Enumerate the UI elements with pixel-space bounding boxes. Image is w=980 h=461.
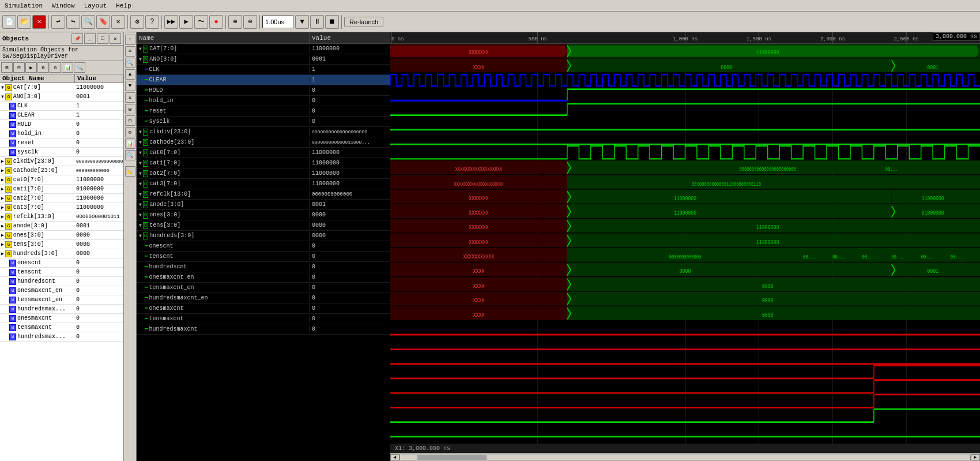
wave-row-tensmaxcntenw[interactable]: ━ tensmaxcnt_en 0 bbox=[137, 283, 390, 293]
wave-row-cat0[interactable]: ▼ B cat0[7:0] 11000000 bbox=[137, 148, 390, 158]
search-btn[interactable]: 🔍 bbox=[81, 15, 95, 29]
si-delete[interactable]: ✕ bbox=[125, 92, 135, 103]
obj-row-tensmaxcnt[interactable]: W tensmaxcnt 0 bbox=[0, 323, 123, 332]
obj-row-cathode[interactable]: ▶ G cathode[23:0] 000000000000 bbox=[0, 166, 123, 175]
wave-row-cat2[interactable]: ▼ B cat2[7:0] 11000000 bbox=[137, 168, 390, 179]
obj-row-ones[interactable]: ▶ G ones[3:0] 0000 bbox=[0, 231, 123, 240]
obj-btn6[interactable]: 📊 bbox=[62, 62, 73, 73]
wave-row-reset[interactable]: ━ reset 0 bbox=[137, 106, 390, 117]
scroll-right-btn[interactable]: ► bbox=[971, 454, 980, 461]
redo-btn[interactable]: ↪ bbox=[66, 15, 80, 29]
obj-row-clk[interactable]: W CLK 1 bbox=[0, 102, 123, 111]
wave-row-onesw[interactable]: ▼ B ones[3:0] 0000 bbox=[137, 210, 390, 220]
obj-row-onesmaxcnt[interactable]: W onesmaxcnt 0 bbox=[0, 314, 123, 323]
si-search[interactable]: 🔍 bbox=[125, 150, 135, 160]
sim-help-btn[interactable]: ? bbox=[145, 15, 159, 29]
expand-cat-wave[interactable]: ▼ bbox=[139, 46, 142, 51]
obj-row-onesmaxcnten[interactable]: W onesmaxcnt_en 0 bbox=[0, 286, 123, 295]
menu-help[interactable]: Help bbox=[111, 1, 135, 10]
obj-row-tens[interactable]: ▶ G tens[3:0] 0000 bbox=[0, 240, 123, 249]
wave-row-onesmaxcntw[interactable]: ━ onesmaxcnt 0 bbox=[137, 303, 390, 314]
wave-row-onesmaxcntenw[interactable]: ━ onesmaxcnt_en 0 bbox=[137, 272, 390, 283]
wave-row-cat3[interactable]: ▼ B cat3[7:0] 11000000 bbox=[137, 179, 390, 189]
undo-btn[interactable]: ↩ bbox=[51, 15, 65, 29]
relaunch-button[interactable]: Re-launch bbox=[344, 17, 383, 27]
obj-row-ano[interactable]: ▼ G ANO[3:0] 0001 bbox=[0, 92, 123, 102]
expand-refclk[interactable]: ▶ bbox=[1, 214, 4, 219]
expand-ones-wave[interactable]: ▼ bbox=[139, 212, 142, 218]
obj-row-hundredsmaxcnt[interactable]: W hundredsmax... 0 bbox=[0, 332, 123, 342]
expand-hundreds[interactable]: ▶ bbox=[1, 251, 4, 256]
wave-row-tenscntw[interactable]: ━ tenscnt 0 bbox=[137, 252, 390, 262]
expand-cat3[interactable]: ▶ bbox=[1, 205, 4, 210]
si-up[interactable]: ▲ bbox=[125, 69, 135, 80]
break-btn[interactable]: ● bbox=[209, 15, 223, 29]
obj-row-hundredsmax[interactable]: W hundredsmax... 0 bbox=[0, 305, 123, 314]
obj-row-cat2[interactable]: ▶ G cat2[7:0] 11000000 bbox=[0, 194, 123, 203]
menu-layout[interactable]: Layout bbox=[80, 1, 112, 10]
wave-row-ano[interactable]: ▼ B ANO[3:0] 0001 bbox=[137, 54, 390, 65]
si-settings[interactable]: ⚙ bbox=[125, 127, 135, 137]
obj-row-hold[interactable]: W HOLD 0 bbox=[0, 120, 123, 129]
wave-btn[interactable]: 〜 bbox=[194, 15, 208, 29]
wave-row-hundredsmaxcntenw[interactable]: ━ hundredsmaxcnt_en 0 bbox=[137, 293, 390, 303]
objects-min[interactable]: _ bbox=[84, 33, 96, 44]
pause-btn[interactable]: ⏸ bbox=[310, 15, 324, 29]
close-btn[interactable]: ✕ bbox=[32, 15, 46, 29]
si-down[interactable]: ▼ bbox=[125, 81, 135, 91]
obj-row-cat1[interactable]: ▶ G cat1[7:0] 01000000 bbox=[0, 185, 123, 194]
obj-row-anode[interactable]: ▶ G anode[3:0] 0001 bbox=[0, 222, 123, 231]
expand-cat1[interactable]: ▶ bbox=[1, 186, 4, 192]
expand-cat0[interactable]: ▶ bbox=[1, 177, 4, 182]
wave-row-cathode[interactable]: ▼ B cathode[23:0] 000000000000011000... bbox=[137, 137, 390, 148]
expand-hundreds-wave[interactable]: ▼ bbox=[139, 233, 142, 238]
expand-cat2-wave[interactable]: ▼ bbox=[139, 171, 142, 176]
wave-row-clkdiv[interactable]: ▼ B clkdiv[23:0] 00000000000000000000 bbox=[137, 127, 390, 137]
si-zoom-in[interactable]: 🔍 bbox=[125, 58, 135, 68]
obj-row-refclk[interactable]: ▶ G refclk[13:0] 00000000001011 bbox=[0, 212, 123, 222]
open-btn[interactable]: 📂 bbox=[17, 15, 31, 29]
obj-row-cat0[interactable]: ▶ G cat0[7:0] 11000000 bbox=[0, 175, 123, 185]
expand-anode[interactable]: ▶ bbox=[1, 223, 4, 228]
obj-btn2[interactable]: ⊟ bbox=[13, 62, 25, 73]
objects-pin[interactable]: 📌 bbox=[71, 33, 83, 44]
wave-row-clear[interactable]: ━ CLEAR 1 bbox=[137, 75, 390, 85]
expand-clkdiv[interactable]: ▶ bbox=[1, 159, 4, 164]
wave-row-refclk[interactable]: ▼ B refclk[13:0] 0000000000000 bbox=[137, 189, 390, 200]
wave-row-hundredscntw[interactable]: ━ hundredscnt 0 bbox=[137, 262, 390, 272]
expand-ano-wave[interactable]: ▼ bbox=[139, 57, 142, 62]
wave-row-clk[interactable]: ━ CLK 1 bbox=[137, 65, 390, 75]
menu-window[interactable]: Window bbox=[47, 1, 80, 10]
wave-row-holdin[interactable]: ━ hold_in 0 bbox=[137, 96, 390, 106]
expand-tens[interactable]: ▶ bbox=[1, 242, 4, 247]
wave-row-tensmaxcntw[interactable]: ━ tensmaxcnt 0 bbox=[137, 314, 390, 324]
obj-row-tensmaxcnten[interactable]: W tensmaxcnt_en 0 bbox=[0, 295, 123, 305]
scroll-left-btn[interactable]: ◄ bbox=[390, 454, 399, 461]
wave-row-hold[interactable]: ━ HOLD 0 bbox=[137, 85, 390, 96]
wave-row-cat[interactable]: ▼ B CAT[7:0] 11000000 bbox=[137, 44, 390, 54]
scroll-thumb[interactable] bbox=[417, 455, 487, 460]
obj-btn5[interactable]: ⊖ bbox=[50, 62, 61, 73]
zoom-in-btn[interactable]: ⊕ bbox=[228, 15, 242, 29]
si-snap[interactable]: 📐 bbox=[125, 166, 135, 177]
obj-btn7[interactable]: 🔍 bbox=[74, 62, 85, 73]
expand-cathode-wave[interactable]: ▼ bbox=[139, 140, 142, 145]
si-waveformat[interactable]: 📊 bbox=[125, 138, 135, 149]
obj-btn1[interactable]: ⊞ bbox=[1, 62, 13, 73]
wave-row-hundredsw[interactable]: ▼ B hundreds[3:0] 0000 bbox=[137, 231, 390, 241]
si-collapse[interactable]: ⊟ bbox=[125, 115, 135, 126]
expand-cat2[interactable]: ▶ bbox=[1, 196, 4, 201]
scroll-track[interactable] bbox=[399, 455, 971, 460]
obj-row-onescnt[interactable]: W onescnt 0 bbox=[0, 258, 123, 268]
obj-row-clear[interactable]: W CLEAR 1 bbox=[0, 111, 123, 120]
wave-row-anode[interactable]: ▼ B anode[3:0] 0001 bbox=[137, 200, 390, 210]
waveform-area[interactable]: 3,000.000 ns 0 ns 500 ns 1,000 ns 1,500 … bbox=[390, 32, 980, 461]
expand-cat0-wave[interactable]: ▼ bbox=[139, 150, 142, 155]
wave-row-sysclk[interactable]: ━ sysclk 0 bbox=[137, 117, 390, 127]
expand-clkdiv-wave[interactable]: ▼ bbox=[139, 129, 142, 134]
run-all-btn[interactable]: ▶▶ bbox=[164, 15, 178, 29]
objects-close[interactable]: ✕ bbox=[110, 33, 121, 44]
expand-cat3-wave[interactable]: ▼ bbox=[139, 181, 142, 186]
menu-simulation[interactable]: Simulation bbox=[0, 1, 47, 10]
wave-row-tensw[interactable]: ▼ B tens[3:0] 0000 bbox=[137, 220, 390, 231]
